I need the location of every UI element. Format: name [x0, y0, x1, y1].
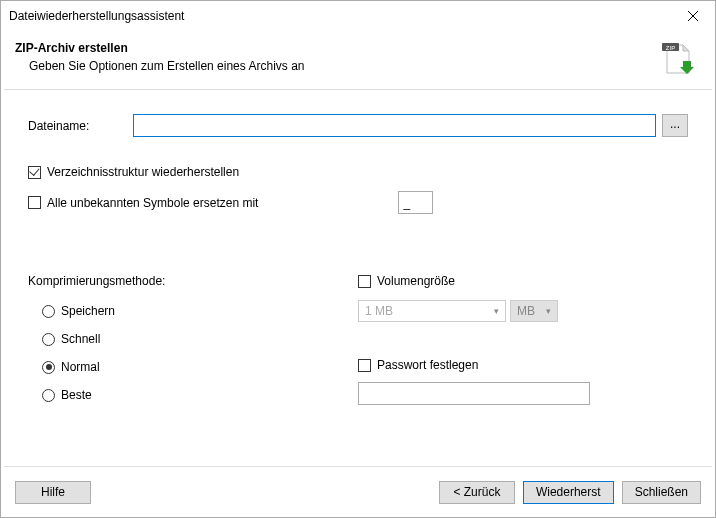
filename-label: Dateiname:	[28, 119, 133, 133]
svg-text:ZIP: ZIP	[666, 45, 675, 51]
replace-symbol-input[interactable]	[398, 191, 433, 214]
compression-fast-label: Schnell	[61, 332, 100, 346]
window-title: Dateiwiederherstellungsassistent	[9, 9, 670, 23]
radio-icon	[42, 305, 55, 318]
compression-best-radio[interactable]: Beste	[28, 388, 358, 402]
zip-archive-icon: ZIP	[661, 41, 695, 75]
volume-size-value: 1 MB	[365, 304, 393, 318]
compression-normal-radio[interactable]: Normal	[28, 360, 358, 374]
replace-symbols-label: Alle unbekannten Symbole ersetzen mit	[47, 196, 258, 210]
compression-store-label: Speichern	[61, 304, 115, 318]
volume-unit-select[interactable]: MB ▾	[510, 300, 558, 322]
titlebar: Dateiwiederherstellungsassistent	[1, 1, 715, 31]
password-input[interactable]	[358, 382, 590, 405]
password-checkbox[interactable]	[358, 359, 371, 372]
restore-button[interactable]: Wiederherst	[523, 481, 614, 504]
replace-symbols-checkbox[interactable]	[28, 196, 41, 209]
help-button[interactable]: Hilfe	[15, 481, 91, 504]
compression-label: Komprimierungsmethode:	[28, 274, 358, 288]
restore-structure-label: Verzeichnisstruktur wiederherstellen	[47, 165, 239, 179]
volume-size-select[interactable]: 1 MB ▾	[358, 300, 506, 322]
back-button[interactable]: < Zurück	[439, 481, 515, 504]
filename-input[interactable]	[133, 114, 656, 137]
page-title: ZIP-Archiv erstellen	[15, 41, 661, 55]
compression-store-radio[interactable]: Speichern	[28, 304, 358, 318]
compression-best-label: Beste	[61, 388, 92, 402]
volume-unit-value: MB	[517, 304, 535, 318]
volume-size-checkbox[interactable]	[358, 275, 371, 288]
radio-icon	[42, 333, 55, 346]
volume-size-label: Volumengröße	[377, 274, 455, 288]
password-label: Passwort festlegen	[377, 358, 478, 372]
content-area: Dateiname: ... Verzeichnisstruktur wiede…	[4, 89, 712, 467]
radio-icon	[42, 389, 55, 402]
chevron-down-icon: ▾	[494, 306, 499, 316]
footer: Hilfe < Zurück Wiederherst Schließen	[1, 467, 715, 517]
browse-button[interactable]: ...	[662, 114, 688, 137]
header: ZIP-Archiv erstellen Geben Sie Optionen …	[1, 31, 715, 89]
compression-fast-radio[interactable]: Schnell	[28, 332, 358, 346]
wizard-window: Dateiwiederherstellungsassistent ZIP-Arc…	[0, 0, 716, 518]
compression-normal-label: Normal	[61, 360, 100, 374]
close-icon	[688, 11, 698, 21]
radio-icon	[42, 361, 55, 374]
page-subtitle: Geben Sie Optionen zum Erstellen eines A…	[15, 59, 661, 73]
chevron-down-icon: ▾	[546, 306, 551, 316]
close-button[interactable]	[670, 1, 715, 31]
restore-structure-checkbox[interactable]	[28, 166, 41, 179]
close-footer-button[interactable]: Schließen	[622, 481, 701, 504]
